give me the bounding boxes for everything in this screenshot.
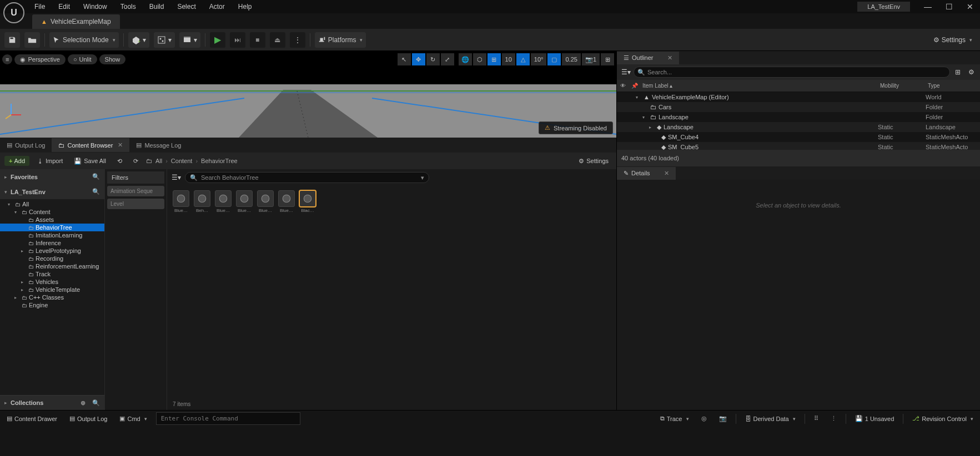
menu-build[interactable]: Build [143, 1, 171, 13]
outliner-tab[interactable]: ☰ Outliner ✕ [617, 52, 679, 64]
content-drawer-button[interactable]: ▤ Content Drawer [3, 415, 61, 422]
tree-item[interactable]: 🗀ReinforcementLearning [0, 262, 104, 270]
platforms-button[interactable]: Platforms [315, 32, 366, 48]
surface-snap-button[interactable]: ⬡ [473, 53, 486, 65]
add-folder-button[interactable]: ⊞ [952, 67, 963, 78]
menu-edit[interactable]: Edit [52, 1, 77, 13]
revision-control-button[interactable]: ⎇ Revision Control [909, 415, 977, 422]
translate-tool[interactable]: ✥ [412, 53, 425, 65]
tree-item[interactable]: ▸🗀LevelPrototyping [0, 247, 104, 255]
tree-item[interactable]: ▾🗀All [0, 200, 104, 208]
trace-snapshot-button[interactable]: 📷 [716, 415, 730, 422]
outliner-row[interactable]: ◆SM_Cube4StaticStaticMeshActo [617, 132, 980, 142]
tree-item[interactable]: ▾🗀Content [0, 208, 104, 216]
viewport-layout-button[interactable]: ⊞ [601, 53, 614, 65]
trace-button[interactable]: ⧉ Trace [657, 415, 692, 422]
trace-store-button[interactable]: ◎ [698, 415, 710, 422]
menu-window[interactable]: Window [77, 1, 114, 13]
asset-tile[interactable]: Beh… [193, 190, 212, 215]
asset-tile[interactable]: Blue… [256, 190, 275, 215]
save-button[interactable] [4, 32, 20, 48]
tree-item[interactable]: ▸🗀C++ Classes [0, 293, 104, 301]
tree-item[interactable]: 🗀Engine [0, 301, 104, 309]
minimize-button[interactable]: — [918, 0, 938, 13]
label-column[interactable]: Item Label ▴ [639, 83, 877, 89]
menu-help[interactable]: Help [232, 1, 259, 13]
menu-file[interactable]: File [28, 1, 52, 13]
maximize-button[interactable]: ☐ [939, 0, 959, 13]
outliner-filter-button[interactable]: ☰▾ [620, 67, 631, 78]
camera-speed[interactable]: 📷 1 [582, 53, 600, 65]
cinematics-button[interactable]: ▾ [179, 32, 200, 48]
filter-chip[interactable]: Level [107, 199, 164, 209]
output-log-button[interactable]: ▤ Output Log [66, 415, 110, 422]
stop-button[interactable]: ■ [250, 32, 265, 48]
add-button[interactable]: + Add [4, 156, 29, 166]
history-back[interactable]: ⟲ [114, 156, 125, 166]
close-icon[interactable]: ✕ [118, 141, 123, 149]
visibility-column[interactable]: 👁 [617, 83, 628, 89]
console-input[interactable] [156, 412, 300, 425]
asset-tile[interactable]: Blue… [214, 190, 233, 215]
outliner-row[interactable]: ▾▲VehicleExampleMap (Editor)World [617, 92, 980, 102]
select-tool[interactable]: ↖ [398, 53, 411, 65]
pin-column[interactable]: 📌 [628, 83, 639, 89]
tree-item[interactable]: 🗀Track [0, 270, 104, 278]
tree-item[interactable]: ▸🗀VehicleTemplate [0, 286, 104, 293]
asset-tile[interactable]: Blue… [277, 190, 296, 215]
menu-actor[interactable]: Actor [203, 1, 232, 13]
filter-chip[interactable]: Animation Seque [107, 186, 164, 196]
menu-tools[interactable]: Tools [114, 1, 143, 13]
tab-message-log[interactable]: ▤ Message Log [129, 138, 188, 152]
add-content-button[interactable]: +▾ [128, 32, 149, 48]
mobility-column[interactable]: Mobility [877, 83, 924, 89]
browse-button[interactable] [24, 32, 40, 48]
blueprint-button[interactable]: ▾ [154, 32, 175, 48]
tree-item[interactable]: ▸🗀Vehicles [0, 278, 104, 286]
angle-snap-toggle[interactable]: △ [516, 53, 530, 65]
tree-item[interactable]: 🗀Assets [0, 216, 104, 224]
play-button[interactable]: ▶ [210, 32, 225, 48]
derived-data-button[interactable]: 🗄 Derived Data [742, 416, 799, 422]
mode-dropdown[interactable]: Selection Mode [49, 32, 119, 48]
menu-select[interactable]: Select [170, 1, 202, 13]
type-column[interactable]: Type [924, 83, 980, 89]
import-button[interactable]: ⭳ Import [34, 156, 66, 166]
cmd-dropdown[interactable]: ▣ Cmd [116, 415, 150, 422]
collections-header[interactable]: ▸ Collections ⊕ 🔍 [0, 395, 104, 410]
viewport-menu-button[interactable]: ≡ [2, 54, 12, 64]
show-button[interactable]: Show [99, 54, 126, 64]
perspective-button[interactable]: ◉ Perspective [14, 54, 65, 65]
details-tab[interactable]: ✎ Details ✕ [617, 167, 676, 180]
tree-item[interactable]: 🗀ImitationLearning [0, 231, 104, 239]
tree-item[interactable]: 🗀BehaviorTree [0, 224, 104, 231]
asset-search-input[interactable]: 🔍 Search BehaviorTree ▾ [185, 172, 429, 183]
settings-button[interactable]: ⚙ Settings [930, 32, 976, 48]
outliner-row[interactable]: 🗀CarsFolder [617, 102, 980, 112]
play-options-button[interactable]: ⋮ [290, 32, 305, 48]
project-header[interactable]: ▾ LA_TestEnv 🔍 [0, 184, 104, 199]
asset-tile[interactable]: Blac… [298, 190, 317, 215]
close-icon[interactable]: ✕ [667, 54, 672, 62]
map-tab[interactable]: ▲ VehicleExampleMap [32, 14, 120, 29]
world-local-toggle[interactable]: 🌐 [459, 53, 472, 65]
outliner-row[interactable]: ▸◆LandscapeStaticLandscape [617, 122, 980, 132]
search-icon[interactable]: 🔍 [92, 173, 100, 180]
asset-tile[interactable]: Blue… [235, 190, 254, 215]
filter-button[interactable]: ☰▾ [170, 172, 182, 183]
outliner-row[interactable]: ◆SM_Cube5StaticStaticMeshActo [617, 142, 980, 150]
history-fwd[interactable]: ⟳ [130, 156, 142, 166]
cb-settings-button[interactable]: ⚙ Settings [575, 156, 612, 166]
scale-snap-value[interactable]: 0.25 [562, 53, 580, 65]
eject-button[interactable]: ⏏ [270, 32, 285, 48]
crumb-content[interactable]: Content [171, 158, 193, 164]
angle-snap-value[interactable]: 10° [531, 53, 547, 65]
save-all-button[interactable]: 💾 Save All [71, 156, 109, 166]
skip-button[interactable]: ⏭ [230, 32, 245, 48]
favorites-header[interactable]: ▸ Favorites 🔍 [0, 169, 104, 184]
plus-icon[interactable]: ⊕ [81, 399, 86, 407]
close-button[interactable]: ✕ [960, 0, 980, 13]
scale-tool[interactable]: ⤢ [441, 53, 454, 65]
grid-snap-value[interactable]: 10 [502, 53, 515, 65]
viewport[interactable]: ≡ ◉ Perspective ○ Unlit Show ↖ ✥ ↻ ⤢ 🌐 ⬡ [0, 51, 616, 138]
